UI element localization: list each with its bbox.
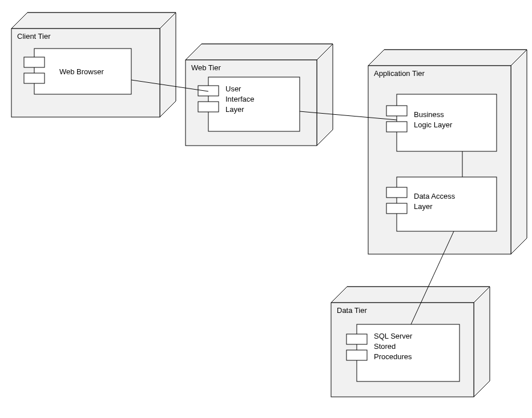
component-user-interface-layer: User Interface Layer (198, 77, 300, 131)
svg-rect-17 (386, 122, 407, 132)
node-application-tier: Application Tier Business Logic Layer Da… (368, 50, 527, 254)
node-client-tier: Client Tier Web Browser (11, 13, 176, 117)
component-label-line1: SQL Server (374, 332, 413, 340)
svg-rect-18 (397, 177, 497, 231)
svg-rect-19 (386, 187, 407, 198)
component-label-line1: User (225, 85, 241, 93)
svg-rect-5 (24, 73, 45, 83)
svg-marker-7 (186, 44, 333, 60)
svg-rect-20 (386, 203, 407, 214)
svg-marker-13 (368, 50, 527, 66)
svg-rect-11 (198, 102, 219, 112)
component-label-line3: Procedures (374, 352, 412, 361)
component-label-line2: Layer (414, 202, 433, 211)
node-data-tier: Data Tier SQL Server Stored Procedures (331, 287, 490, 397)
node-label: Client Tier (17, 32, 51, 41)
svg-rect-26 (346, 350, 367, 360)
node-label: Data Tier (337, 306, 367, 315)
svg-rect-10 (198, 86, 219, 96)
component-label-line1: Data Access (414, 192, 456, 200)
component-sql-server-sp: SQL Server Stored Procedures (346, 324, 460, 381)
deployment-diagram: Client Tier Web Browser Web Tier User In… (0, 0, 532, 418)
node-label: Application Tier (374, 69, 425, 78)
component-label-line3: Layer (225, 105, 244, 114)
component-label-line2: Stored (374, 342, 396, 351)
component-label: Web Browser (59, 67, 104, 76)
svg-rect-16 (386, 106, 407, 116)
node-web-tier: Web Tier User Interface Layer (186, 44, 333, 146)
svg-rect-4 (24, 57, 45, 67)
component-label-line2: Logic Layer (414, 120, 453, 129)
svg-rect-25 (346, 334, 367, 344)
component-business-logic-layer: Business Logic Layer (386, 94, 497, 151)
svg-rect-9 (208, 77, 300, 131)
component-label-line2: Interface (225, 95, 255, 103)
svg-marker-22 (331, 287, 490, 303)
component-web-browser: Web Browser (24, 49, 131, 94)
component-data-access-layer: Data Access Layer (386, 177, 497, 231)
node-label: Web Tier (191, 63, 221, 72)
svg-marker-1 (11, 13, 176, 29)
component-label-line1: Business (414, 110, 444, 119)
